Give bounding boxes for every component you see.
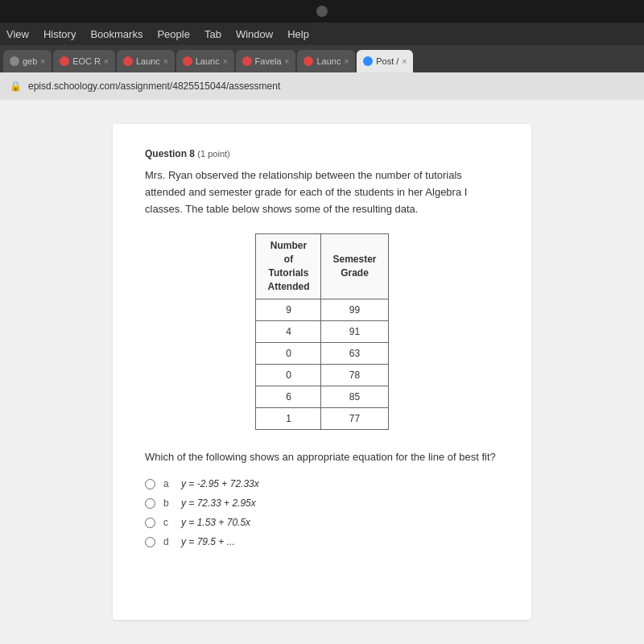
table-cell-grade: 77 <box>321 407 388 429</box>
tab-icon-favela <box>242 56 252 66</box>
table-row: 0 78 <box>256 364 388 386</box>
choice-label-c: c <box>163 517 173 528</box>
menu-bar: View History Bookmarks People Tab Window… <box>0 23 644 45</box>
tab-geb[interactable]: geb × <box>3 50 52 72</box>
table-row: 0 63 <box>256 342 388 364</box>
menu-view[interactable]: View <box>6 28 29 40</box>
table-header-tutorials: NumberofTutorialsAttended <box>256 234 321 299</box>
tab-close-favela[interactable]: × <box>285 57 290 66</box>
table-cell-grade: 78 <box>321 364 388 386</box>
page-content: Question 8 (1 point) Mrs. Ryan observed … <box>0 100 644 644</box>
choice-text-d: y = 79.5 + ... <box>181 536 235 547</box>
top-bar <box>0 0 644 23</box>
data-table: NumberofTutorialsAttended SemesterGrade … <box>255 233 388 429</box>
url-text[interactable]: episd.schoology.com/assignment/482551504… <box>28 80 280 92</box>
table-row: 6 85 <box>256 386 388 407</box>
tab-post[interactable]: Post / × <box>357 50 413 72</box>
radio-d[interactable] <box>145 537 155 547</box>
question-points: (1 point) <box>197 149 229 159</box>
address-bar: 🔒 episd.schoology.com/assignment/4825515… <box>0 72 644 100</box>
tab-icon-geb <box>10 56 19 66</box>
table-row: 4 91 <box>256 320 388 342</box>
choice-text-c: y = 1.53 + 70.5x <box>181 517 250 528</box>
tab-icon-launc1 <box>123 56 133 66</box>
tab-bar: geb × EOC R × Launc × Launc × Favela × L… <box>0 45 644 72</box>
choice-label-d: d <box>163 536 173 547</box>
tab-icon-post <box>363 56 373 66</box>
radio-b[interactable] <box>145 498 155 509</box>
menu-help[interactable]: Help <box>287 28 309 40</box>
menu-history[interactable]: History <box>43 28 76 40</box>
choice-d[interactable]: d y = 79.5 + ... <box>145 536 499 547</box>
choice-b[interactable]: b y = 72.33 + 2.95x <box>145 497 499 509</box>
table-cell-grade: 99 <box>321 299 388 320</box>
choice-c[interactable]: c y = 1.53 + 70.5x <box>145 517 499 528</box>
tab-launc1[interactable]: Launc × <box>117 50 175 72</box>
menu-window[interactable]: Window <box>236 28 273 40</box>
tab-eocr[interactable]: EOC R × <box>53 50 115 72</box>
question-text2: Which of the following shows an appropri… <box>145 449 499 466</box>
camera-indicator <box>316 6 328 17</box>
table-cell-grade: 85 <box>321 386 388 407</box>
table-cell-grade: 91 <box>321 320 388 342</box>
tab-close-launc1[interactable]: × <box>163 57 168 66</box>
menu-bookmarks[interactable]: Bookmarks <box>90 28 142 40</box>
tab-close-geb[interactable]: × <box>40 57 45 66</box>
tab-icon-launc3 <box>303 56 313 66</box>
table-cell-tutorials: 9 <box>256 299 321 320</box>
table-cell-tutorials: 0 <box>256 342 321 364</box>
table-header-grade: SemesterGrade <box>321 234 388 299</box>
question-text: Mrs. Ryan observed the relationship betw… <box>145 167 499 217</box>
table-cell-tutorials: 1 <box>256 407 321 429</box>
radio-a[interactable] <box>145 479 155 489</box>
table-cell-tutorials: 0 <box>256 364 321 386</box>
tab-close-post[interactable]: × <box>402 57 407 66</box>
answer-choices: a y = -2.95 + 72.33x b y = 72.33 + 2.95x… <box>145 478 499 547</box>
radio-c[interactable] <box>145 518 155 528</box>
question-label: Question 8 (1 point) <box>145 148 499 159</box>
question-container: Question 8 (1 point) Mrs. Ryan observed … <box>113 124 531 620</box>
tab-icon-eocr <box>60 56 69 66</box>
menu-people[interactable]: People <box>157 28 189 40</box>
table-row: 9 99 <box>256 299 388 320</box>
choice-text-a: y = -2.95 + 72.33x <box>181 478 259 489</box>
choice-a[interactable]: a y = -2.95 + 72.33x <box>145 478 499 489</box>
table-row: 1 77 <box>256 407 388 429</box>
table-cell-grade: 63 <box>321 342 388 364</box>
lock-icon: 🔒 <box>10 80 22 92</box>
tab-launc2[interactable]: Launc × <box>176 50 234 72</box>
choice-label-b: b <box>163 497 173 509</box>
table-cell-tutorials: 4 <box>256 320 321 342</box>
tab-icon-launc2 <box>183 56 192 66</box>
tab-close-launc2[interactable]: × <box>223 57 228 66</box>
choice-text-b: y = 72.33 + 2.95x <box>181 497 256 509</box>
tab-favela[interactable]: Favela × <box>236 50 296 72</box>
choice-label-a: a <box>163 478 173 489</box>
tab-launc3[interactable]: Launc × <box>297 50 355 72</box>
menu-tab[interactable]: Tab <box>204 28 221 40</box>
tab-close-launc3[interactable]: × <box>344 57 349 66</box>
table-cell-tutorials: 6 <box>256 386 321 407</box>
tab-close-eocr[interactable]: × <box>104 57 109 66</box>
